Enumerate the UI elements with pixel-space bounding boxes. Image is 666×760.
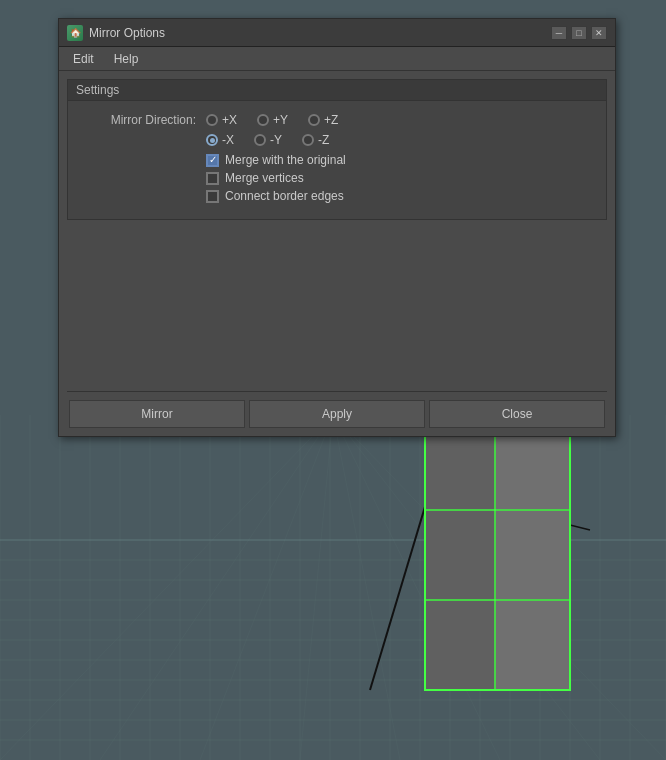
radio-minus-z-label: -Z (318, 133, 329, 147)
radio-minus-x-label: -X (222, 133, 234, 147)
section-header: Settings (68, 80, 606, 101)
menu-help[interactable]: Help (106, 50, 147, 68)
direction-row-2: -X -Y -Z (76, 133, 598, 147)
merge-original-row[interactable]: Merge with the original (76, 153, 598, 167)
connect-border-label: Connect border edges (225, 189, 344, 203)
radio-minus-z[interactable]: -Z (302, 133, 329, 147)
buttons-row: Mirror Apply Close (67, 391, 607, 428)
close-window-button[interactable]: ✕ (591, 26, 607, 40)
radio-plus-y-label: +Y (273, 113, 288, 127)
close-button[interactable]: Close (429, 400, 605, 428)
radio-minus-z-circle (302, 134, 314, 146)
dialog-title: Mirror Options (89, 26, 165, 40)
merge-vertices-checkbox[interactable] (206, 172, 219, 185)
radio-plus-x-label: +X (222, 113, 237, 127)
radio-plus-x[interactable]: +X (206, 113, 237, 127)
radio-plus-z-circle (308, 114, 320, 126)
title-controls: ─ □ ✕ (551, 26, 607, 40)
settings-section: Settings Mirror Direction: +X +Y +Z (67, 79, 607, 220)
merge-original-label: Merge with the original (225, 153, 346, 167)
svg-line-34 (100, 415, 333, 760)
app-icon: 🏠 (67, 25, 83, 41)
svg-rect-44 (425, 420, 495, 690)
radio-minus-x-circle (206, 134, 218, 146)
radio-plus-y-circle (257, 114, 269, 126)
merge-vertices-label: Merge vertices (225, 171, 304, 185)
svg-line-36 (300, 415, 333, 760)
svg-line-35 (200, 415, 333, 760)
mirror-options-dialog: 🏠 Mirror Options ─ □ ✕ Edit Help Setting… (58, 18, 616, 437)
radio-plus-x-circle (206, 114, 218, 126)
apply-button[interactable]: Apply (249, 400, 425, 428)
object-3d (420, 415, 575, 695)
radio-minus-y-label: -Y (270, 133, 282, 147)
section-body: Mirror Direction: +X +Y +Z -X (68, 101, 606, 219)
merge-original-checkbox[interactable] (206, 154, 219, 167)
menu-bar: Edit Help (59, 47, 615, 71)
radio-minus-y[interactable]: -Y (254, 133, 282, 147)
minimize-button[interactable]: ─ (551, 26, 567, 40)
connect-border-row[interactable]: Connect border edges (76, 189, 598, 203)
maximize-button[interactable]: □ (571, 26, 587, 40)
content-area (59, 228, 615, 383)
title-bar: 🏠 Mirror Options ─ □ ✕ (59, 19, 615, 47)
radio-plus-z[interactable]: +Z (308, 113, 338, 127)
svg-line-37 (333, 415, 400, 760)
radio-minus-y-circle (254, 134, 266, 146)
svg-rect-45 (495, 420, 570, 690)
direction-label: Mirror Direction: (76, 113, 196, 127)
merge-vertices-row[interactable]: Merge vertices (76, 171, 598, 185)
direction-row-1: Mirror Direction: +X +Y +Z (76, 113, 598, 127)
mirror-button[interactable]: Mirror (69, 400, 245, 428)
radio-plus-z-label: +Z (324, 113, 338, 127)
menu-edit[interactable]: Edit (65, 50, 102, 68)
radio-plus-y[interactable]: +Y (257, 113, 288, 127)
radio-minus-x[interactable]: -X (206, 133, 234, 147)
connect-border-checkbox[interactable] (206, 190, 219, 203)
svg-line-33 (0, 415, 333, 760)
title-bar-left: 🏠 Mirror Options (67, 25, 165, 41)
